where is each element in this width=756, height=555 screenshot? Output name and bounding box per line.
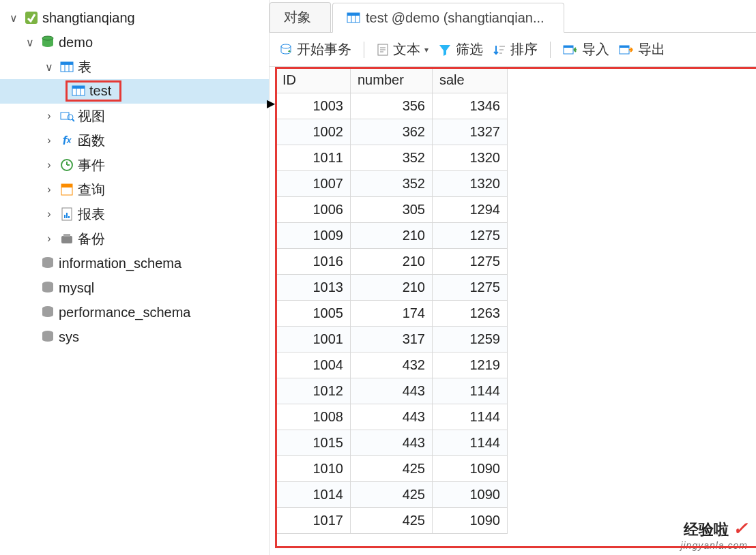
table-row[interactable]: 10092101275 <box>276 223 508 249</box>
tree-schema-info[interactable]: information_schema <box>0 251 269 275</box>
tree-backup[interactable]: › 备份 <box>0 226 269 251</box>
cell-sale[interactable]: 1219 <box>433 352 508 378</box>
table-row[interactable]: 10154431144 <box>276 430 508 456</box>
table-row[interactable]: 10051741263 <box>276 301 508 327</box>
tab-objects[interactable]: 对象 <box>270 2 331 32</box>
table-row[interactable]: 10124431144 <box>276 378 508 404</box>
table-row[interactable]: 10162101275 <box>276 249 508 275</box>
table-row[interactable]: 10113521320 <box>276 145 508 171</box>
cell-sale[interactable]: 1090 <box>433 508 508 534</box>
cell-number[interactable]: 317 <box>351 327 433 352</box>
cell-sale[interactable]: 1259 <box>433 327 508 352</box>
cell-sale[interactable]: 1144 <box>433 378 508 404</box>
cell-sale[interactable]: 1294 <box>433 197 508 223</box>
document-icon <box>377 43 389 57</box>
text-button[interactable]: 文本 ▾ <box>374 39 431 60</box>
data-grid[interactable]: ID number sale 1003356134610023621327101… <box>275 67 508 534</box>
cell-ID[interactable]: 1017 <box>276 508 351 534</box>
cell-ID[interactable]: 1003 <box>276 93 351 119</box>
table-row[interactable]: 10084431144 <box>276 404 508 430</box>
table-row[interactable]: 10073521320 <box>276 171 508 197</box>
cell-ID[interactable]: 1007 <box>276 171 351 197</box>
tree-queries[interactable]: › 查询 <box>0 177 269 202</box>
cell-ID[interactable]: 1002 <box>276 119 351 145</box>
filter-button[interactable]: 筛选 <box>435 39 486 60</box>
cell-sale[interactable]: 1327 <box>433 119 508 145</box>
cell-sale[interactable]: 1090 <box>433 456 508 482</box>
cell-number[interactable]: 210 <box>351 249 433 275</box>
cell-number[interactable]: 425 <box>351 508 433 534</box>
cell-sale[interactable]: 1263 <box>433 301 508 327</box>
table-row[interactable]: 10063051294 <box>276 197 508 223</box>
tree-database[interactable]: ∨ demo <box>0 30 269 55</box>
svg-rect-8 <box>72 86 85 89</box>
tree-tables[interactable]: ∨ 表 <box>0 55 269 79</box>
cell-ID[interactable]: 1013 <box>276 275 351 301</box>
cell-sale[interactable]: 1275 <box>433 275 508 301</box>
export-button[interactable]: 导出 <box>616 39 668 60</box>
tab-test[interactable]: test @demo (shangtianqian... <box>332 3 564 33</box>
cell-ID[interactable]: 1008 <box>276 404 351 430</box>
svg-rect-44 <box>620 46 629 48</box>
cell-number[interactable]: 425 <box>351 456 433 482</box>
tree-schema-perf[interactable]: performance_schema <box>0 300 269 325</box>
table-row[interactable]: 10104251090 <box>276 456 508 482</box>
sort-icon <box>493 43 506 57</box>
cell-number[interactable]: 362 <box>351 119 433 145</box>
cell-number[interactable]: 432 <box>351 352 433 378</box>
cell-sale[interactable]: 1090 <box>433 482 508 508</box>
cell-ID[interactable]: 1016 <box>276 249 351 275</box>
import-button[interactable]: 导入 <box>560 39 612 60</box>
tree-events[interactable]: › 事件 <box>0 153 269 177</box>
cell-ID[interactable]: 1005 <box>276 301 351 327</box>
cell-ID[interactable]: 1006 <box>276 197 351 223</box>
cell-number[interactable]: 425 <box>351 482 433 508</box>
cell-ID[interactable]: 1014 <box>276 482 351 508</box>
cell-sale[interactable]: 1320 <box>433 145 508 171</box>
cell-number[interactable]: 305 <box>351 197 433 223</box>
tree-schema-sys[interactable]: sys <box>0 325 269 349</box>
cell-number[interactable]: 443 <box>351 378 433 404</box>
cell-sale[interactable]: 1144 <box>433 430 508 456</box>
cell-ID[interactable]: 1004 <box>276 352 351 378</box>
tree-connection[interactable]: ∨ shangtianqiang <box>0 5 269 30</box>
table-row[interactable]: 10023621327 <box>276 119 508 145</box>
cell-number[interactable]: 174 <box>351 301 433 327</box>
cell-number[interactable]: 356 <box>351 93 433 119</box>
cell-sale[interactable]: 1275 <box>433 223 508 249</box>
cell-ID[interactable]: 1009 <box>276 223 351 249</box>
cell-ID[interactable]: 1015 <box>276 430 351 456</box>
cell-number[interactable]: 210 <box>351 223 433 249</box>
cell-sale[interactable]: 1346 <box>433 93 508 119</box>
table-row[interactable]: 10132101275 <box>276 275 508 301</box>
cell-number[interactable]: 352 <box>351 171 433 197</box>
table-row[interactable]: 10013171259 <box>276 327 508 352</box>
column-header-number[interactable]: number <box>351 68 433 93</box>
tree-functions[interactable]: › fx 函数 <box>0 128 269 153</box>
table-row[interactable]: 10174251090 <box>276 508 508 534</box>
cell-sale[interactable]: 1320 <box>433 171 508 197</box>
tree-reports[interactable]: › 报表 <box>0 202 269 226</box>
column-header-id[interactable]: ID <box>276 68 351 93</box>
sort-button[interactable]: 排序 <box>490 39 540 60</box>
cell-number[interactable]: 443 <box>351 430 433 456</box>
table-row[interactable]: 10144251090 <box>276 482 508 508</box>
cell-number[interactable]: 443 <box>351 404 433 430</box>
table-row[interactable]: 10044321219 <box>276 352 508 378</box>
chevron-right-icon: › <box>41 183 57 196</box>
cell-ID[interactable]: 1001 <box>276 327 351 352</box>
svg-rect-30 <box>347 13 360 16</box>
begin-transaction-button[interactable]: 开始事务 <box>276 39 354 60</box>
tree-views[interactable]: › 视图 <box>0 104 269 128</box>
tree-table-test[interactable]: test <box>0 79 269 104</box>
cell-ID[interactable]: 1010 <box>276 456 351 482</box>
cell-number[interactable]: 210 <box>351 275 433 301</box>
table-row[interactable]: 10033561346 <box>276 93 508 119</box>
cell-ID[interactable]: 1011 <box>276 145 351 171</box>
cell-ID[interactable]: 1012 <box>276 378 351 404</box>
column-header-sale[interactable]: sale <box>433 68 508 93</box>
cell-sale[interactable]: 1144 <box>433 404 508 430</box>
cell-number[interactable]: 352 <box>351 145 433 171</box>
tree-schema-mysql[interactable]: mysql <box>0 275 269 300</box>
cell-sale[interactable]: 1275 <box>433 249 508 275</box>
